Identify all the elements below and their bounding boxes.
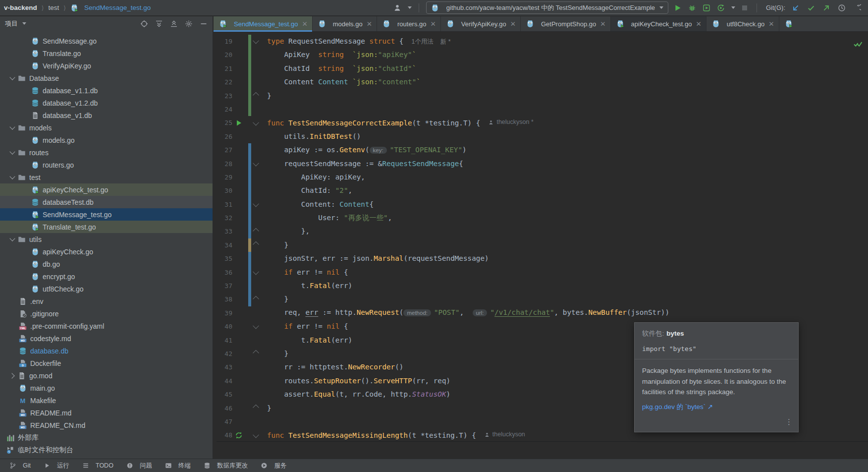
editor-tab[interactable]: apiKeyCheck_test.go✕ xyxy=(611,16,706,31)
breadcrumb-item[interactable]: test xyxy=(48,4,59,11)
git-rollback-button[interactable] xyxy=(852,3,862,13)
tree-item[interactable]: routers.go xyxy=(0,159,213,171)
locate-icon[interactable] xyxy=(140,19,148,28)
hide-icon[interactable] xyxy=(199,19,208,28)
tree-item[interactable]: MDREADME_CN.md xyxy=(0,419,213,431)
tree-item[interactable]: 外部库 xyxy=(0,431,213,444)
tree-item[interactable]: 临时文件和控制台 xyxy=(0,444,213,456)
tree-item[interactable]: database_v1.2.db xyxy=(0,97,213,109)
expand-all-icon[interactable] xyxy=(155,19,163,28)
code-line[interactable]: 25func TestSendMessageCorrectExample(t *… xyxy=(214,116,868,129)
run-configuration-select[interactable]: github.com/yacw-team/yacw/test 中的 TestSe… xyxy=(426,1,668,14)
tree-item[interactable]: database_v1.db xyxy=(0,109,213,121)
code-line[interactable]: 30 ChatId: "2", xyxy=(214,184,868,197)
breadcrumb-item[interactable]: v-backend xyxy=(4,4,37,11)
tree-item[interactable]: db.go xyxy=(0,258,213,270)
tree-chevron-icon[interactable] xyxy=(7,151,17,154)
fold-marker-icon[interactable] xyxy=(251,270,260,275)
editor-tab[interactable]: routers.go✕ xyxy=(377,16,441,31)
statusbar-item-运行[interactable]: 运行 xyxy=(37,459,76,472)
tree-chevron-icon[interactable] xyxy=(7,374,17,378)
user-account-icon[interactable] xyxy=(392,3,402,13)
tree-item[interactable]: test xyxy=(0,171,213,183)
tree-item[interactable]: databaseTest.db xyxy=(0,196,213,208)
editor-tab[interactable]: GetPromptShop.go✕ xyxy=(521,16,611,31)
code-line[interactable]: 34 } xyxy=(214,238,868,252)
tree-item[interactable]: MDcodestyle.md xyxy=(0,332,213,345)
code-line[interactable]: 20 ApiKey string `json:"apiKey"` xyxy=(214,48,868,61)
code-line[interactable]: 38 } xyxy=(214,293,868,306)
tree-item[interactable]: MMakefile xyxy=(0,394,213,407)
tree-item[interactable]: .gitignore xyxy=(0,307,213,320)
tree-item[interactable]: main.go xyxy=(0,382,213,394)
git-update-button[interactable] xyxy=(791,3,801,13)
coverage-dropdown-icon[interactable] xyxy=(731,6,735,9)
doc-popup-more-icon[interactable]: ⋮ xyxy=(785,418,793,425)
fold-marker-icon[interactable] xyxy=(251,243,260,247)
profile-button[interactable] xyxy=(702,3,711,13)
breadcrumb-item[interactable]: SendMessage_test.go xyxy=(70,4,151,12)
tree-item[interactable]: apiKeyCheck_test.go xyxy=(0,183,213,196)
editor-tab[interactable]: VerifyApiKey.go✕ xyxy=(441,16,521,31)
tree-item[interactable]: apiKeyCheck.go xyxy=(0,245,213,258)
tree-item[interactable]: Database xyxy=(0,72,213,84)
rerun-test-icon[interactable] xyxy=(232,431,245,439)
git-commit-button[interactable] xyxy=(806,3,816,13)
code-line[interactable]: 26 utils.InitDBTest() xyxy=(214,130,868,143)
code-line[interactable]: 19type RequestSendMessage struct {1个用法 新… xyxy=(214,35,868,48)
fold-marker-icon[interactable] xyxy=(251,162,260,166)
tree-item[interactable]: Translate_test.go xyxy=(0,221,213,233)
statusbar-item-git[interactable]: Git xyxy=(3,459,37,472)
debug-button[interactable] xyxy=(687,3,697,13)
code-line[interactable]: 36 if err != nil { xyxy=(214,266,868,279)
fold-marker-icon[interactable] xyxy=(251,230,260,234)
code-line[interactable]: 32 User: "再多说一些", xyxy=(214,211,868,225)
statusbar-item-todo[interactable]: TODO xyxy=(76,459,120,472)
code-line[interactable]: 29 ApiKey: apiKey, xyxy=(214,171,868,184)
tree-item[interactable]: database.db xyxy=(0,345,213,357)
statusbar-item-终端[interactable]: 终端 xyxy=(159,459,197,472)
editor-tab[interactable] xyxy=(779,16,801,31)
code-line[interactable]: 28 requestSendMessage := &RequestSendMes… xyxy=(214,157,868,171)
stop-button[interactable] xyxy=(740,3,750,13)
collapse-all-icon[interactable] xyxy=(169,19,178,28)
fold-marker-icon[interactable] xyxy=(251,406,260,411)
project-view-dropdown-icon[interactable] xyxy=(22,22,26,25)
statusbar-item-问题[interactable]: 问题 xyxy=(120,459,159,472)
tree-item[interactable]: database_v1.1.db xyxy=(0,84,213,97)
tree-chevron-icon[interactable] xyxy=(7,126,17,129)
editor-tab[interactable]: utf8Check.go✕ xyxy=(706,16,779,31)
tree-item[interactable]: VerifyApiKey.go xyxy=(0,59,213,72)
run-test-icon[interactable] xyxy=(232,119,245,127)
tab-close-icon[interactable]: ✕ xyxy=(600,20,605,28)
tree-item[interactable]: SendMessage.go xyxy=(0,35,213,47)
fold-marker-icon[interactable] xyxy=(251,202,260,207)
code-line[interactable]: 37 t.Fatal(err) xyxy=(214,279,868,293)
settings-icon[interactable] xyxy=(184,19,193,28)
statusbar-item-服务[interactable]: 服务 xyxy=(254,459,293,472)
tab-close-icon[interactable]: ✕ xyxy=(431,20,436,28)
tab-close-icon[interactable]: ✕ xyxy=(768,20,774,28)
code-line[interactable]: 31 Content: Content{ xyxy=(214,198,868,211)
fold-marker-icon[interactable] xyxy=(251,352,260,356)
code-line[interactable]: 39 req, err := http.NewRequest(method:"P… xyxy=(214,306,868,320)
code-line[interactable]: 35 jsonStr, err := json.Marshal(requestS… xyxy=(214,252,868,265)
code-line[interactable]: 21 ChatId string `json:"chatId"` xyxy=(214,62,868,75)
tree-item[interactable]: models xyxy=(0,121,213,134)
fold-marker-icon[interactable] xyxy=(251,121,260,125)
tab-close-icon[interactable]: ✕ xyxy=(302,20,307,28)
code-line[interactable]: 23} xyxy=(214,89,868,103)
statusbar-item-数据库更改[interactable]: 数据库更改 xyxy=(197,459,255,472)
tree-item[interactable]: routes xyxy=(0,146,213,159)
tree-item[interactable]: utils xyxy=(0,233,213,245)
tab-close-icon[interactable]: ✕ xyxy=(367,20,372,28)
project-panel-title[interactable]: 项目 xyxy=(5,19,18,28)
tab-close-icon[interactable]: ✕ xyxy=(696,20,701,28)
coverage-button[interactable] xyxy=(716,3,726,13)
tab-close-icon[interactable]: ✕ xyxy=(510,20,516,28)
code-line[interactable]: 33 }, xyxy=(214,225,868,238)
tree-item[interactable]: YML.pre-commit-config.yaml xyxy=(0,320,213,332)
tree-item[interactable]: models.go xyxy=(0,134,213,146)
tree-chevron-icon[interactable] xyxy=(7,176,17,178)
git-push-button[interactable] xyxy=(821,3,831,13)
